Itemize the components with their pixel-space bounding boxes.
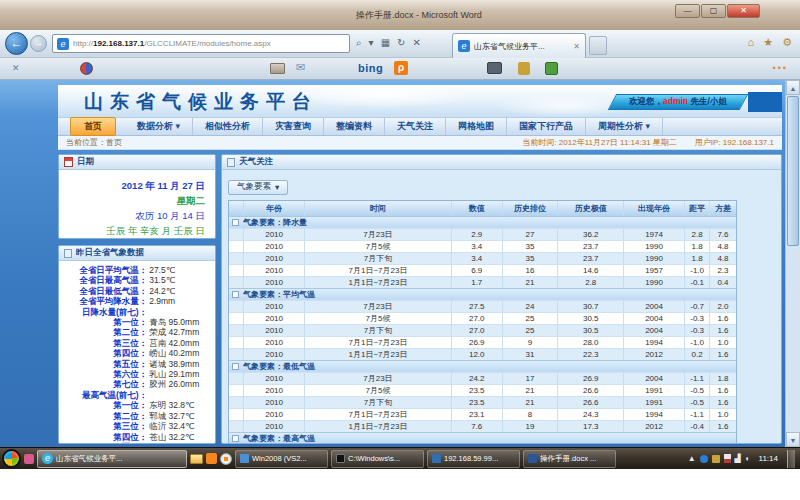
row-spacer-cell (229, 241, 244, 252)
nav-item[interactable]: 灾害查询 (263, 118, 324, 135)
cell: 7月5候 (305, 385, 452, 396)
yesterday-panel: 昨日全省气象数据 全省日平均气温：27.5℃全省日最高气温：31.5℃全省日最低… (58, 245, 216, 444)
row-spacer-cell (229, 253, 244, 264)
mail-icon[interactable]: ✉ (296, 61, 305, 74)
new-tab-button[interactable] (589, 36, 607, 55)
settings-gear-icon[interactable]: ⚙ (782, 36, 792, 49)
cell: -0.3 (685, 313, 710, 324)
camera-icon[interactable] (487, 62, 502, 74)
section-checkbox[interactable] (232, 363, 239, 370)
cell: 2010 (244, 325, 305, 336)
cell: 1957 (624, 265, 685, 276)
nav-item[interactable]: 网格地图 (446, 118, 507, 135)
row-spacer-cell (229, 229, 244, 240)
cell: 19 (503, 421, 559, 432)
system-tray: ▲ ▟ ◖ 11:14 (688, 450, 798, 468)
bing-logo[interactable]: bing (358, 62, 383, 74)
close-button[interactable]: ✕ (727, 4, 760, 18)
rank-group-title: 最高气温(前七)： (59, 390, 147, 400)
home-icon[interactable]: ⌂ (748, 36, 755, 49)
cell: 24.2 (452, 373, 503, 384)
people-icon[interactable] (518, 62, 530, 75)
element-select-button[interactable]: 气象要素 ▾ (228, 180, 288, 195)
minimize-button[interactable]: — (675, 4, 700, 18)
pinned-app-icon[interactable] (24, 454, 34, 464)
taskbar-clock[interactable]: 11:14 (754, 454, 783, 463)
start-button[interactable] (2, 449, 21, 468)
search-icon[interactable]: ⌕ (356, 37, 362, 49)
dropdown-icon[interactable]: ▾ (369, 37, 374, 49)
rank-label: 第三位： (59, 338, 147, 348)
wallet-icon[interactable] (270, 63, 285, 74)
taskbar-window-button[interactable]: 操作手册.docx ... (523, 450, 616, 468)
taskbar-window-button[interactable]: C:\Windows\s... (331, 450, 424, 468)
toolbar-overflow-icon[interactable]: ••• (773, 63, 788, 73)
show-desktop-button[interactable] (787, 450, 795, 468)
rank-value: 郓城 32.7℃ (147, 411, 211, 421)
taskbar-window-button[interactable]: Win2008 (VS2... (235, 450, 328, 468)
cell: 31 (503, 349, 559, 360)
address-bar[interactable]: e http://192.168.137.1/GLCCLIMATE/module… (52, 34, 350, 53)
table-row: 20107月5候23.52126.61991-0.51.6 (229, 384, 736, 396)
scroll-down-icon[interactable]: ▼ (786, 432, 800, 447)
network-icon[interactable]: ▟ (735, 454, 741, 463)
orange-app-icon[interactable] (206, 453, 217, 464)
nav-item[interactable]: 首页 (70, 117, 116, 136)
browser-tab[interactable]: e 山东省气候业务平... ✕ (452, 33, 586, 58)
column-header: 方差 (710, 201, 735, 216)
sidebar-row: 全省日平均气温：27.5℃ (59, 265, 211, 275)
taskbar-window-button[interactable]: 192.168.59.99... (427, 450, 520, 468)
maximize-button[interactable]: ▢ (701, 4, 726, 18)
scroll-up-icon[interactable]: ▲ (786, 80, 800, 95)
app-round-icon[interactable] (80, 62, 93, 75)
section-checkbox[interactable] (232, 219, 239, 226)
nav-item[interactable]: 整编资料 (324, 118, 385, 135)
stop-icon[interactable]: ✕ (412, 37, 420, 49)
table-row: 20107月5候27.02530.52004-0.31.6 (229, 312, 736, 324)
nav-item[interactable]: 数据分析 ▾ (125, 118, 193, 135)
page-scrollbar[interactable]: ▲ ▼ (785, 80, 800, 447)
hidden-icons-chevron[interactable]: ▲ (688, 454, 696, 463)
explorer-icon[interactable] (190, 454, 203, 464)
media-player-icon[interactable] (220, 453, 232, 465)
cell: 27 (503, 229, 559, 240)
tray-update-icon[interactable] (712, 455, 720, 463)
table-header-row: 年份时间数值历史排位历史极值出现年份距平方差 (229, 201, 736, 216)
active-window-title: 山东省气候业务平... (56, 454, 122, 464)
nav-item[interactable]: 国家下行产品 (507, 118, 586, 135)
nav-item[interactable]: 相似性分析 (193, 118, 263, 135)
search-p-icon[interactable]: ρ (394, 61, 408, 75)
favorites-star-icon[interactable]: ★ (763, 36, 773, 49)
calendar-ganzhi: 壬辰 年 辛亥 月 壬辰 日 (59, 223, 205, 238)
addon-puzzle-icon[interactable] (545, 62, 558, 75)
forward-button[interactable]: → (30, 35, 47, 52)
panel-icon (227, 158, 235, 167)
sidebar-row: 全省日最低气温：24.2℃ (59, 286, 211, 296)
back-button[interactable]: ← (5, 32, 28, 55)
cell: 23.5 (452, 397, 503, 408)
section-checkbox[interactable] (232, 435, 239, 442)
compatibility-icon[interactable]: ▦ (381, 37, 390, 49)
volume-icon[interactable]: ◖ (745, 454, 750, 463)
cell: -0.5 (685, 397, 710, 408)
cell: 1.0 (710, 409, 735, 420)
section-checkbox[interactable] (232, 291, 239, 298)
cell: 8 (503, 409, 559, 420)
taskbar-active-window[interactable]: e 山东省气候业务平... (37, 450, 187, 468)
page-viewport: 山东省气候业务平台 欢迎您，admin 先生/小姐 首页数据分析 ▾相似性分析灾… (0, 80, 800, 447)
scrollbar-thumb[interactable] (787, 96, 799, 246)
tab-close-icon[interactable]: ✕ (573, 42, 580, 51)
weather-focus-header: 天气关注 (222, 155, 781, 170)
welcome-ribbon: 欢迎您，admin 先生/小姐 (608, 94, 748, 110)
rank-label: 第四位： (59, 348, 147, 358)
toolbar-close-icon[interactable]: ✕ (12, 63, 20, 73)
cell: 1990 (624, 241, 685, 252)
action-center-flag-icon[interactable] (724, 454, 731, 463)
nav-item[interactable]: 周期性分析 ▾ (586, 118, 663, 135)
column-header: 距平 (685, 201, 710, 216)
refresh-icon[interactable]: ↻ (397, 37, 405, 49)
tray-app-icon[interactable] (700, 455, 708, 463)
sidebar-row: 第三位：莒南 42.0mm (59, 338, 211, 348)
welcome-text: 欢迎您，admin 先生/小姐 (629, 96, 727, 108)
nav-item[interactable]: 天气关注 (385, 118, 446, 135)
